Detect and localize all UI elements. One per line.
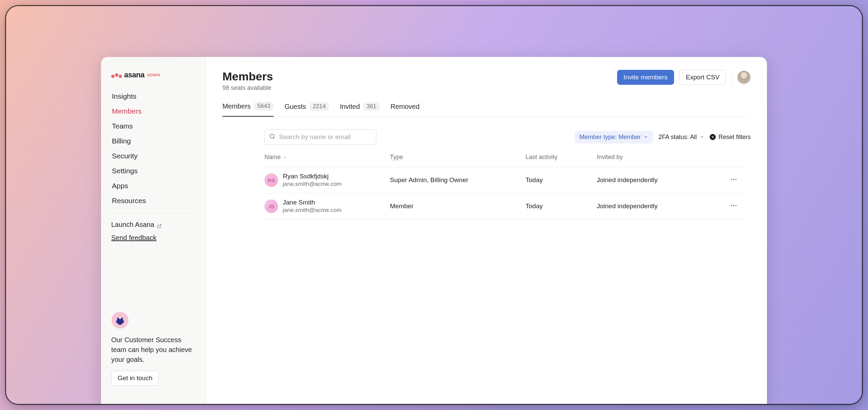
search-icon [269,133,275,141]
row-actions-button[interactable] [724,202,744,211]
column-header-invited-by[interactable]: Invited by [597,154,724,161]
logo-suffix: ADMIN [147,73,160,77]
sidebar-item-teams[interactable]: Teams [107,119,200,134]
tab-label: Members [222,102,251,110]
main-content: Members 98 seats available Invite member… [206,57,767,404]
svg-line-5 [273,137,274,138]
promo-block: Our Customer Success team can help you a… [101,311,206,394]
toolbar: Member type: Member 2FA status: All Rese… [264,117,751,154]
tab-label: Removed [391,103,420,111]
sidebar-item-label: Members [112,107,142,115]
sidebar-item-apps[interactable]: Apps [107,178,200,193]
sidebar-item-label: Security [112,152,138,160]
row-actions-button[interactable] [724,176,744,185]
column-header-name[interactable]: Name [264,154,390,161]
member-email: jane.smith@acme.com [283,181,341,188]
member-avatar: RS [264,173,278,187]
sidebar-item-insights[interactable]: Insights [107,89,200,104]
logo-brand: asana [124,71,144,79]
name-cell: JS Jane Smith jane.smith@acme.com [264,199,390,214]
tab-removed[interactable]: Removed [391,102,420,117]
sidebar-item-label: Apps [112,182,128,190]
member-type: Member [390,202,526,210]
reset-filters-button[interactable]: Reset filters [710,134,751,141]
page-header: Members 98 seats available Invite member… [222,70,751,92]
invite-members-button[interactable]: Invite members [617,70,674,85]
promo-text: Our Customer Success team can help you a… [111,335,196,365]
promo-illustration-icon [111,311,129,329]
sidebar: asana ADMIN Insights Members Teams Billi… [101,57,206,404]
divider [111,213,196,213]
sidebar-item-label: Resources [112,197,146,204]
send-feedback-label: Send feedback [111,234,156,242]
member-email: jane.smith@acme.com [283,207,341,214]
sidebar-item-resources[interactable]: Resources [107,193,200,208]
invite-members-label: Invite members [624,74,668,81]
tabs: Members 5643 Guests 2214 Invited 361 Rem… [222,102,751,117]
external-link-icon [157,222,162,227]
tab-count: 5643 [254,102,274,111]
tab-invited[interactable]: Invited 361 [340,102,379,117]
svg-line-0 [159,224,161,226]
svg-point-11 [731,205,732,206]
member-last-activity: Today [526,176,597,184]
export-csv-button[interactable]: Export CSV [679,70,726,85]
tab-label: Guests [284,103,306,111]
logo: asana ADMIN [101,71,206,89]
svg-point-3 [121,318,123,320]
name-cell: RS Ryan Ssdkfjdskj jane.smith@acme.com [264,173,390,188]
sidebar-item-label: Billing [112,137,131,145]
tab-label: Invited [340,103,360,111]
column-header-last-activity[interactable]: Last activity [526,154,597,161]
svg-point-10 [735,179,737,180]
table-header: Name Type Last activity Invited by [264,154,744,167]
tab-members[interactable]: Members 5643 [222,102,274,117]
close-circle-icon [710,134,716,140]
filter-2fa-label: 2FA status: All [658,134,697,141]
user-avatar[interactable] [737,71,751,84]
svg-point-4 [270,134,274,138]
get-in-touch-label: Get in touch [118,374,152,382]
svg-point-12 [733,205,734,206]
launch-asana-link[interactable]: Launch Asana [101,218,206,231]
member-name: Ryan Ssdkfjdskj [283,173,341,180]
launch-asana-label: Launch Asana [111,221,154,229]
sidebar-item-settings[interactable]: Settings [107,163,200,178]
members-table: Name Type Last activity Invited by RS Ry… [264,154,744,219]
filter-2fa-status[interactable]: 2FA status: All [658,134,704,141]
chevron-down-icon [644,135,648,139]
svg-point-13 [735,205,737,206]
tab-count: 361 [363,102,379,111]
column-header-type[interactable]: Type [390,154,526,161]
member-invited-by: Joined independently [597,176,724,184]
sidebar-nav: Insights Members Teams Billing Security … [101,89,206,208]
reset-filters-label: Reset filters [718,134,751,141]
search-box [264,129,376,145]
sidebar-item-billing[interactable]: Billing [107,134,200,149]
asana-logo-icon [111,73,122,77]
column-header-label: Name [264,154,281,161]
sidebar-item-label: Settings [112,167,138,175]
svg-point-8 [731,179,732,180]
table-row[interactable]: JS Jane Smith jane.smith@acme.com Member… [264,193,744,219]
chevron-down-icon [699,135,704,139]
svg-point-9 [733,179,734,180]
export-csv-label: Export CSV [686,74,719,81]
member-last-activity: Today [526,202,597,210]
svg-point-2 [117,318,119,320]
sort-down-icon [283,155,287,159]
member-invited-by: Joined independently [597,202,724,210]
sidebar-item-members[interactable]: Members [107,104,200,119]
sidebar-item-security[interactable]: Security [107,149,200,163]
send-feedback-link[interactable]: Send feedback [101,231,206,245]
more-horizontal-icon [730,202,737,209]
search-input[interactable] [264,129,376,145]
divider [731,71,732,84]
table-row[interactable]: RS Ryan Ssdkfjdskj jane.smith@acme.com S… [264,167,744,193]
get-in-touch-button[interactable]: Get in touch [111,371,159,386]
tab-guests[interactable]: Guests 2214 [284,102,329,117]
sidebar-item-label: Insights [112,92,136,100]
app-window: asana ADMIN Insights Members Teams Billi… [101,57,767,404]
filter-member-type[interactable]: Member type: Member [575,131,653,143]
sidebar-item-label: Teams [112,122,133,130]
